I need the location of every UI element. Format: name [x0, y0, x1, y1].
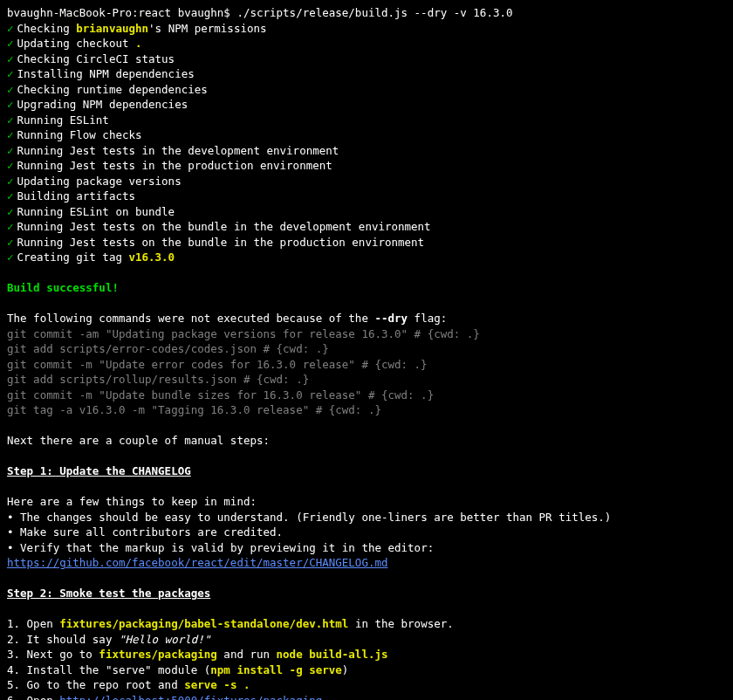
- highlight-token: v16.3.0: [128, 250, 175, 264]
- build-step-row: ✓Upgrading NPM dependencies: [7, 97, 726, 113]
- check-icon: ✓: [7, 220, 14, 233]
- step2-line-5: 5. Go to the repo root and serve -s .: [7, 677, 726, 693]
- step1-bullet-3: • Verify that the markup is valid by pre…: [7, 540, 726, 571]
- serve-cmd: serve -s .: [184, 678, 250, 691]
- npm-install-cmd: npm install -g serve: [210, 663, 342, 676]
- highlight-token: brianvaughn: [76, 22, 148, 35]
- build-step-row: ✓Checking runtime dependencies: [7, 82, 726, 98]
- highlight-token: .: [135, 37, 142, 50]
- build-step-row: ✓Running Jest tests on the bundle in the…: [7, 235, 726, 250]
- build-step-row: ✓Running Jest tests on the bundle in the…: [7, 219, 726, 235]
- check-icon: ✓: [7, 67, 14, 80]
- step2-line-1: 1. Open fixtures/packaging/babel-standal…: [7, 616, 726, 632]
- step2-line-4: 4. Install the "serve" module (npm insta…: [7, 662, 726, 678]
- step1-heading: Step 1: Update the CHANGELOG: [7, 463, 726, 479]
- check-icon: ✓: [7, 159, 14, 172]
- check-icon: ✓: [7, 22, 14, 35]
- build-step-row: ✓Running ESLint on bundle: [7, 204, 726, 220]
- step1-bullet-2: • Make sure all contributors are credite…: [7, 525, 726, 540]
- skipped-command: git add scripts/rollup/results.json # {c…: [7, 372, 726, 388]
- check-icon: ✓: [7, 113, 14, 127]
- dry-flag: --dry: [374, 312, 408, 325]
- step1-bullet-1: • The changes should be easy to understa…: [7, 510, 726, 525]
- step2-heading: Step 2: Smoke test the packages: [7, 586, 726, 601]
- skipped-commands-list: git commit -am "Updating package version…: [7, 326, 726, 418]
- check-icon: ✓: [7, 128, 14, 141]
- build-step-row: ✓Checking CircleCI status: [7, 51, 726, 67]
- skipped-command: git commit -m "Update error codes for 16…: [7, 357, 726, 373]
- entered-command: ./scripts/release/build.js --dry -v 16.3…: [236, 6, 512, 19]
- check-icon: ✓: [7, 205, 14, 218]
- build-step-row: ✓Building artifacts: [7, 189, 726, 204]
- step1-intro: Here are a few things to keep in mind:: [7, 494, 726, 510]
- check-icon: ✓: [7, 37, 14, 50]
- build-step-row: ✓Updating package versions: [7, 174, 726, 189]
- check-icon: ✓: [7, 98, 14, 111]
- build-step-row: ✓Running ESLint: [7, 113, 726, 128]
- manual-steps-intro: Next there are a couple of manual steps:: [7, 433, 726, 449]
- build-all-cmd: node build-all.js: [277, 648, 388, 661]
- check-icon: ✓: [7, 144, 14, 157]
- prompt-line: bvaughn-MacBook-Pro:react bvaughn$ ./scr…: [7, 5, 726, 21]
- build-step-row: ✓Running Jest tests in the production en…: [7, 158, 726, 174]
- fixtures-path: fixtures/packaging: [99, 648, 216, 661]
- localhost-link[interactable]: http://localhost:5000/fixtures/packaging: [59, 694, 322, 701]
- check-icon: ✓: [7, 189, 14, 202]
- build-step-row: ✓Running Jest tests in the development e…: [7, 143, 726, 159]
- check-icon: ✓: [7, 250, 14, 264]
- build-step-row: ✓Updating checkout .: [7, 36, 726, 51]
- build-steps-list: ✓Checking brianvaughn's NPM permissions✓…: [7, 21, 726, 265]
- skipped-command: git add scripts/error-codes/codes.json #…: [7, 341, 726, 357]
- build-step-row: ✓Creating git tag v16.3.0: [7, 250, 726, 265]
- check-icon: ✓: [7, 236, 14, 249]
- check-icon: ✓: [7, 52, 14, 65]
- build-step-row: ✓Running Flow checks: [7, 127, 726, 143]
- step2-line-3: 3. Next go to fixtures/packaging and run…: [7, 647, 726, 662]
- shell-prompt: bvaughn-MacBook-Pro:react bvaughn$: [7, 6, 236, 19]
- dev-html-path: fixtures/packaging/babel-standalone/dev.…: [59, 617, 348, 630]
- check-icon: ✓: [7, 175, 14, 188]
- step2-line-6: 6. Open http://localhost:5000/fixtures/p…: [7, 693, 726, 701]
- skipped-command: git commit -m "Update bundle sizes for 1…: [7, 388, 726, 403]
- build-step-row: ✓Installing NPM dependencies: [7, 66, 726, 82]
- not-executed-intro: The following commands were not executed…: [7, 311, 726, 326]
- step2-line-2: 2. It should say "Hello world!": [7, 632, 726, 648]
- terminal: bvaughn-MacBook-Pro:react bvaughn$ ./scr…: [7, 5, 726, 700]
- skipped-command: git commit -am "Updating package version…: [7, 326, 726, 342]
- changelog-link[interactable]: https://github.com/facebook/react/edit/m…: [7, 556, 388, 569]
- build-step-row: ✓Checking brianvaughn's NPM permissions: [7, 21, 726, 37]
- build-success: Build successful!: [7, 280, 726, 296]
- check-icon: ✓: [7, 83, 14, 96]
- skipped-command: git tag -a v16.3.0 -m "Tagging 16.3.0 re…: [7, 402, 726, 418]
